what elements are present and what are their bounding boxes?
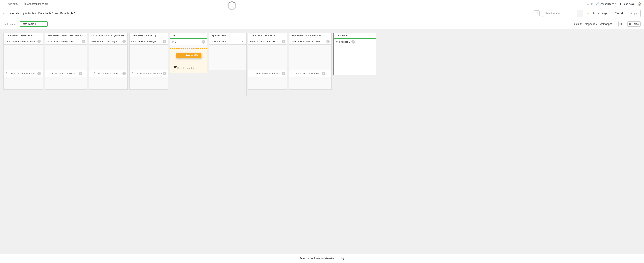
home-button[interactable]: 🏠 [637,2,642,6]
cell-close-button[interactable]: ✕ [122,40,126,43]
drop-zone-text: Drop to map this field [177,67,200,69]
col-header-productid-label: ProductID [336,34,347,37]
col-cell-empty-2 [44,77,88,90]
cell-row2-label: Data Table 2.Modifie... [296,72,321,75]
drag-handle-icon[interactable]: ⋮⋮ [131,72,136,75]
col-cell-row1-trackingnumber: Data Table 1.TrackingNu... ✕ [89,38,128,45]
col-cell-row2-modifieddate: ⋮⋮ Data Table 2.Modifie... ✕ [289,70,332,77]
col-header-orderqty: Data Table 1.OrderQty [129,33,168,38]
col-header-modifieddate: Data Table 1.Modified Date [289,33,332,38]
column-modifieddate: Data Table 1.Modified Date Data Table 1.… [289,33,332,96]
cell-row2-label: Data Table 2.OrderQty [137,72,162,75]
col-header-label: Data Table 1.Modified Date [291,34,321,37]
add-data-button[interactable]: ＋ Add data [2,2,19,6]
cell-close-row2-button[interactable]: ✕ [122,72,126,75]
add-data-icon: ＋ [4,2,7,6]
cell-close-row2-button[interactable]: ✕ [163,72,166,75]
cell-close-button[interactable]: ✕ [282,40,285,43]
cell-close-button[interactable]: ✕ [163,40,166,43]
drag-handle-icon[interactable]: ⋮⋮ [46,72,51,75]
undo-redo-group: ↺ ↻ [587,2,593,5]
col-header-label: SpecialOfferID [212,34,228,37]
edit-icon: ✏ [588,12,590,15]
select-action-dropdown[interactable]: Select action ▾ [542,10,583,17]
col-header-label: PID [172,34,176,37]
col-cell-row2-unitprice: ⋮⋮ Data Table 2.UnitPrice ✕ [248,70,287,77]
cell-close-button[interactable]: ☛ [241,40,244,43]
associations-icon: 🔗 [596,2,599,5]
cell-label: SpecialOfferID [211,40,240,43]
associations-label: Associations [600,3,614,5]
redo-button[interactable]: ↻ [590,2,593,5]
cell-close-button[interactable]: ✕ [202,40,205,44]
col-cell-row1-salesorderid: Data Table 1.SalesOrderID ✕ [4,38,43,45]
column-trackingnumber: Data Table 1.TrackingNumber Data Table 1… [89,33,128,96]
col-header-label: Data Table 1.OrderQty [132,34,156,37]
col-header-productid: ProductID [333,33,376,39]
col-cell-empty [289,45,332,70]
column-orderqty: Data Table 1.OrderQty Data Table 1.Order… [129,33,168,96]
col-header-trackingnumber: Data Table 1.TrackingNumber [89,33,128,38]
cell-close-row2-button[interactable]: ✕ [282,72,285,75]
col-cell-row1-pid: PID ✕ [170,39,207,45]
col-cell-empty [44,45,88,70]
select-action-arrow[interactable]: ▾ [577,10,583,17]
cell-row2-label: Data Table 2.Trackin... [97,72,121,75]
col-productid-empty-lower [333,45,376,75]
associations-chevron: ▾ [615,3,616,5]
col-cell-row2-orderqty: ⋮⋮ Data Table 2.OrderQty ✕ [129,70,168,77]
concatenate-label: Concatenate or join [27,3,48,5]
col-cell-row1-salesorderdetailid: Data Table 1.SalesOrder... ✕ [44,38,88,45]
concatenate-join-button[interactable]: ⊞ Concatenate or join [22,2,50,6]
column-productid: ProductID ☛ ProductID ✕ [333,33,376,96]
loading-spinner [226,2,238,9]
drag-handle-icon[interactable]: ⋮⋮ [290,72,295,75]
column-salesorderdetailid: Data Table 1.SalesOrderDetailID Data Tab… [44,33,88,96]
swap-button[interactable]: ⇄ [534,10,540,16]
drag-handle-icon[interactable]: ⋮⋮ [91,72,96,75]
cell-close-button[interactable]: ✕ [38,40,41,43]
cell-label: Data Table 1.SalesOrderID [5,40,36,43]
concatenate-icon: ⊞ [24,2,26,5]
col-spacer [170,45,207,49]
drag-handle-icon[interactable]: ⋮⋮ [5,72,10,75]
col-cell-row2-salesorderdetailid: ⋮⋮ Data Table 2.SalesOr... ✕ [44,70,88,77]
visibility-toggle-button[interactable]: 👁 [618,21,624,27]
cancel-button[interactable]: Cancel [612,10,626,17]
action-title: Concatenate or join tables - Data Table … [4,12,531,15]
table-name-input[interactable] [20,22,48,27]
action-bar-right: Select action ▾ ✏ Edit mappings Cancel A… [542,10,640,17]
col-cell-row1-orderqty: Data Table 1.OrderQty ✕ [129,38,168,45]
edit-mappings-button[interactable]: ✏ Edit mappings [585,10,610,17]
col-cell-empty-2 [89,77,128,90]
col-cell-row1-unitprice: Data Table 1.UnitPrice ✕ [248,38,287,45]
cell-label: Data Table 1.SalesOrder... [46,40,81,43]
drag-item-label: ProductID [186,54,198,57]
edit-mappings-label: Edit mappings [591,12,607,15]
col-cell-empty-2 [4,77,43,90]
cell-row2-label: Data Table 2.SalesOr... [52,72,78,75]
associations-button[interactable]: 🔗 Associations ▾ [596,2,616,5]
undo-button[interactable]: ↺ [587,2,589,5]
bottom-status-bar: Select an action (concatenation or join)… [0,253,644,263]
cell-close-row2-button[interactable]: ✕ [78,72,82,75]
cell-row2-label: Data Table 2.SalesOr... [11,72,36,75]
status-text: Select an action (concatenation or join)… [300,257,344,260]
cell-close-row2-button[interactable]: ✕ [322,72,325,75]
fields-list-button[interactable]: ≡ Fields [627,22,640,27]
cell-row2-label: Data Table 2.UnitPrice [256,72,280,75]
action-bar: Concatenate or join tables - Data Table … [0,8,644,19]
col-cell-empty [129,45,168,70]
apply-button[interactable]: Apply [628,10,640,17]
cell-close-button[interactable]: ✕ [326,40,330,43]
load-data-button[interactable]: ▶ Load data [620,2,634,5]
drag-handle-icon[interactable]: ⋮⋮ [250,72,255,75]
col-cell-empty [89,45,128,70]
select-action-placeholder: Select action [542,12,577,15]
cell-close-button[interactable]: ✕ [82,40,86,43]
cell-close-row2-button[interactable]: ✕ [38,72,41,75]
col-cell-empty [209,45,246,70]
drop-zone[interactable]: ⋮⋮ ProductID Drop to map this field ☛ [170,49,207,73]
column-unitprice: Data Table 1.UnitPrice Data Table 1.Unit… [248,33,287,96]
cell-close-productid-button[interactable]: ✕ [352,40,355,44]
